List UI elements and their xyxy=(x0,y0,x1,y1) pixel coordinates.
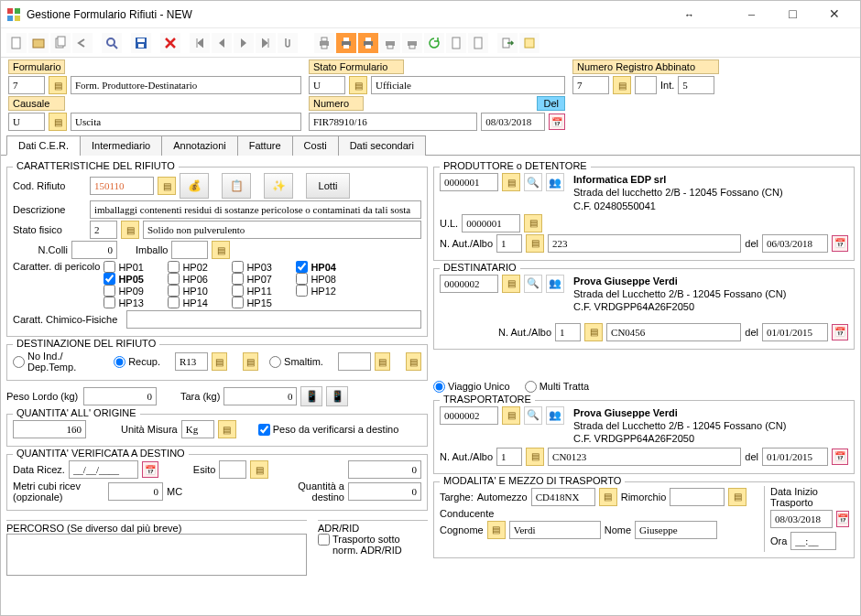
stato-fisico-code[interactable] xyxy=(90,221,117,239)
tab-intermediario[interactable]: Intermediario xyxy=(80,135,162,156)
data-inizio-value[interactable] xyxy=(770,510,833,528)
recup-lookup-button[interactable]: ▤ xyxy=(212,352,227,371)
hp-check-hp02[interactable]: HP02 xyxy=(168,261,226,273)
rifiuto-star-button[interactable]: ✨ xyxy=(264,173,293,199)
print-color2-button[interactable] xyxy=(358,33,378,53)
hp-check-hp07[interactable]: HP07 xyxy=(232,273,290,285)
hp-check-hp10[interactable]: HP10 xyxy=(168,285,226,297)
last-button[interactable] xyxy=(256,33,276,53)
stato-fisico-desc[interactable] xyxy=(143,221,421,239)
hp-check-hp13[interactable]: HP13 xyxy=(104,297,162,308)
copy-button[interactable] xyxy=(50,33,71,53)
causale-code[interactable] xyxy=(8,113,45,131)
destinatario-search-icon[interactable]: 🔍 xyxy=(524,275,542,293)
cognome-value[interactable] xyxy=(509,521,601,539)
tara-value[interactable] xyxy=(223,387,297,405)
attach-button[interactable] xyxy=(278,33,298,53)
tab-costi[interactable]: Costi xyxy=(292,135,339,156)
dest-naut-cal-icon[interactable]: 📅 xyxy=(832,324,848,340)
qty-verif-value[interactable] xyxy=(348,460,421,479)
stato-code[interactable] xyxy=(309,76,345,94)
numreg-blank[interactable] xyxy=(635,76,657,94)
peso-verif-check[interactable]: Peso da verificarsi a destino xyxy=(258,424,399,436)
trasportatore-people-icon[interactable]: 👥 xyxy=(546,406,564,425)
destinatario-people-icon[interactable]: 👥 xyxy=(546,275,564,293)
prod-naut-seq[interactable] xyxy=(496,234,522,253)
destinatario-lookup-button[interactable]: ▤ xyxy=(502,275,520,293)
nome-value[interactable] xyxy=(635,521,717,539)
note-button[interactable] xyxy=(519,33,539,53)
new-button[interactable] xyxy=(6,33,27,53)
produttore-code[interactable] xyxy=(440,173,498,191)
trasp-naut-seq[interactable] xyxy=(496,448,522,466)
hp-check-hp06[interactable]: HP06 xyxy=(168,273,226,285)
rimorchio-lookup-button[interactable]: ▤ xyxy=(728,488,747,506)
tab-fatture[interactable]: Fatture xyxy=(237,135,293,156)
stato-fisico-lookup-button[interactable]: ▤ xyxy=(121,221,139,239)
maximize-button[interactable]: □ xyxy=(772,2,813,27)
trasp-naut-value[interactable] xyxy=(548,448,741,466)
metri-value[interactable] xyxy=(108,482,163,501)
tab-dati-secondari[interactable]: Dati secondari xyxy=(338,135,426,156)
trasportatore-code[interactable] xyxy=(440,406,498,425)
doc2-button[interactable] xyxy=(468,33,488,53)
hp-check-hp08[interactable]: HP08 xyxy=(296,273,354,285)
print-button[interactable] xyxy=(314,33,334,53)
stato-desc[interactable] xyxy=(371,76,565,94)
cod-rifiuto-value[interactable] xyxy=(90,177,154,195)
find-button[interactable] xyxy=(102,33,122,53)
radio-recup[interactable]: Recup. xyxy=(114,356,160,368)
automezzo-lookup-button[interactable]: ▤ xyxy=(599,488,617,506)
trasportatore-search-icon[interactable]: 🔍 xyxy=(524,406,542,425)
dest-naut-seq[interactable] xyxy=(555,323,581,341)
formulario-lookup-button[interactable]: ▤ xyxy=(49,76,67,94)
data-ricez-cal-icon[interactable]: 📅 xyxy=(142,461,158,478)
esito-value[interactable] xyxy=(219,460,246,479)
destinatario-code[interactable] xyxy=(440,275,498,293)
data-inizio-cal-icon[interactable]: 📅 xyxy=(836,511,849,527)
radio-noind[interactable]: No Ind./ Dep.Temp. xyxy=(13,351,99,373)
dest-naut-value[interactable] xyxy=(606,323,741,341)
adr-check[interactable]: Trasporto sotto norm. ADR/RID xyxy=(318,534,415,556)
first-button[interactable] xyxy=(190,33,210,53)
export-button[interactable] xyxy=(497,33,518,53)
close-button[interactable]: ✕ xyxy=(813,2,855,27)
save-button[interactable] xyxy=(131,33,151,53)
prod-naut-value[interactable] xyxy=(548,234,741,253)
chimfis-value[interactable] xyxy=(126,310,421,329)
automezzo-value[interactable] xyxy=(531,488,595,506)
numreg-code[interactable] xyxy=(572,76,609,94)
radio-multi-tratta[interactable]: Multi Tratta xyxy=(525,381,589,393)
calendar-icon[interactable]: 📅 xyxy=(549,113,565,130)
dest-naut-del-value[interactable] xyxy=(762,323,828,341)
calc2-button[interactable]: 📱 xyxy=(326,386,348,406)
refresh-button[interactable] xyxy=(424,33,444,53)
hp-check-hp09[interactable]: HP09 xyxy=(104,285,162,297)
imballo-lookup-button[interactable]: ▤ xyxy=(212,241,230,259)
rimorchio-value[interactable] xyxy=(670,488,725,506)
prod-naut-cal-icon[interactable]: 📅 xyxy=(832,235,848,252)
causale-lookup-button[interactable]: ▤ xyxy=(49,113,67,131)
qty-origine-value[interactable] xyxy=(13,420,86,438)
hp-check-hp11[interactable]: HP11 xyxy=(232,285,290,297)
rifiuto-doc-button[interactable]: 📋 xyxy=(222,173,251,199)
percorso-text[interactable] xyxy=(6,534,307,576)
smaltim-extra-button[interactable]: ▤ xyxy=(406,352,421,371)
print-color1-button[interactable] xyxy=(336,33,356,53)
trasp-naut-del-value[interactable] xyxy=(762,448,828,466)
tab-annotazioni[interactable]: Annotazioni xyxy=(161,135,238,156)
lotti-button[interactable]: Lotti xyxy=(306,173,350,199)
numreg-int-value[interactable] xyxy=(678,76,714,94)
trasp-naut-cal-icon[interactable]: 📅 xyxy=(832,448,848,465)
prod-naut-del-value[interactable] xyxy=(762,234,828,253)
hp-check-hp15[interactable]: HP15 xyxy=(232,297,290,308)
next-button[interactable] xyxy=(234,33,254,53)
trasp-naut-lookup-button[interactable]: ▤ xyxy=(526,448,544,466)
undo-button[interactable] xyxy=(72,33,93,53)
hp-check-hp03[interactable]: HP03 xyxy=(232,261,290,273)
data-ricez-value[interactable] xyxy=(69,460,138,479)
numero-value[interactable] xyxy=(309,113,477,131)
hp-check-hp04[interactable]: HP04 xyxy=(296,261,354,273)
doc1-button[interactable] xyxy=(446,33,466,53)
ul-code[interactable] xyxy=(462,214,520,232)
